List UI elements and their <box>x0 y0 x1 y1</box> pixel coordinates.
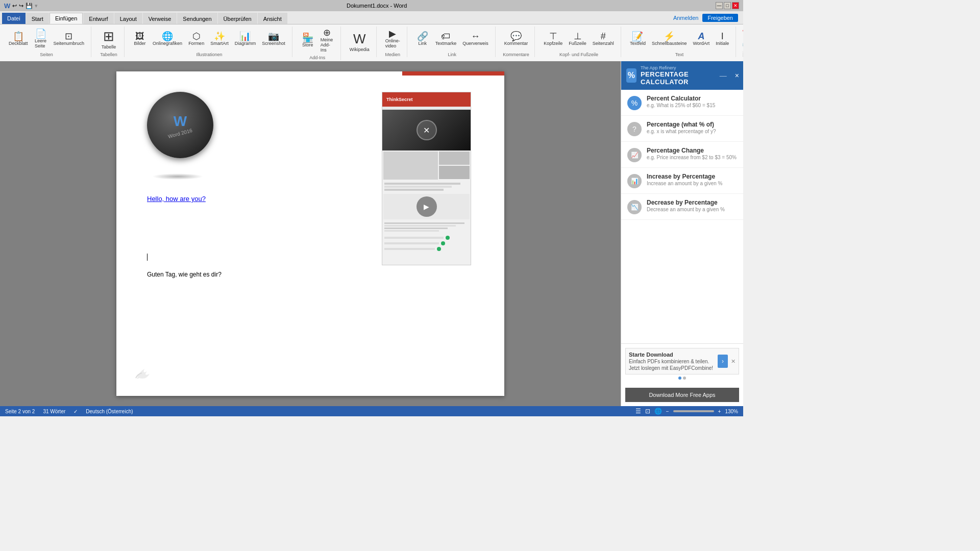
ribbon-group-text: 📝 Textfeld ⚡ Schnellbausteine A WordArt … <box>625 27 736 57</box>
doc-page[interactable]: W Word 2016 Hello, how are you? <box>116 71 504 396</box>
tab-ansicht[interactable]: Ansicht <box>258 13 287 24</box>
save-btn[interactable]: 💾 <box>26 3 33 9</box>
seitenzahl-btn[interactable]: # Seitenzahl <box>590 30 617 47</box>
window-controls[interactable]: — □ ✕ <box>716 2 739 9</box>
kopffuss-group-label: Kopf- und Fußzeile <box>559 51 598 57</box>
signin-link[interactable]: Anmelden <box>673 15 699 21</box>
indicator-row-1 <box>384 236 469 240</box>
wordart-btn[interactable]: A WordArt <box>690 30 712 47</box>
ribbon-content: 📋 Deckblatt 📄 LeereSeite ⊡ Seitenumbruch… <box>0 24 743 61</box>
kopfzeile-label: Kopfzeile <box>544 41 562 46</box>
view-page-btn[interactable]: ⊡ <box>645 408 650 415</box>
download-more-apps-btn[interactable]: Download More Free Apps <box>625 388 739 402</box>
decrease-pct-icon: 📉 <box>627 200 642 214</box>
sidebar-item-percent-calc[interactable]: % Percent Calculator e.g. What is 25% of… <box>621 90 743 116</box>
kommentar-icon: 💬 <box>510 32 522 41</box>
tabelle-label: Tabelle <box>102 44 116 49</box>
textmarke-btn[interactable]: 🏷 Textmarke <box>433 30 459 47</box>
link-btn[interactable]: 🔗 Link <box>413 30 432 47</box>
tab-datei[interactable]: Datei <box>2 13 26 24</box>
tab-verweise[interactable]: Verweise <box>143 13 177 24</box>
diagramm-btn[interactable]: 📊 Diagramm <box>232 30 259 47</box>
textfeld-btn[interactable]: 📝 Textfeld <box>627 30 648 47</box>
querverweis-btn[interactable]: ↔ Querverweis <box>460 30 491 47</box>
ribbon-right-extras: ✏️ Signaturzeile ▾ 🕐 Datum und Uhrzeit ⬜… <box>742 27 743 57</box>
ad-action-btn[interactable]: › <box>718 355 728 368</box>
tab-sendungen[interactable]: Sendungen <box>177 13 217 24</box>
tab-ueberpruefen[interactable]: Überprüfen <box>218 13 257 24</box>
ad-pagination-dots <box>625 377 739 380</box>
doc-link-hello: Hello, how are you? <box>147 195 206 203</box>
percentage-what-content: Percentage (what % of) e.g. x is what pe… <box>647 121 737 134</box>
initiale-btn[interactable]: I Initiale <box>713 30 731 47</box>
view-web-btn[interactable]: 🌐 <box>654 408 662 415</box>
deckblatt-label: Deckblatt <box>9 41 28 46</box>
sidebar-pin-btn[interactable]: — <box>716 69 731 82</box>
diagramm-icon: 📊 <box>239 32 251 41</box>
ind-bar-3 <box>384 248 435 250</box>
zoom-out-btn[interactable]: − <box>666 409 669 414</box>
medien-group-label: Medien <box>385 51 400 57</box>
onlinegrafiken-btn[interactable]: 🌐 Onlinegrafiken <box>150 30 185 47</box>
online-video-btn[interactable]: ▶ Online-video <box>383 28 403 50</box>
meine-addins-icon: ⊕ <box>323 28 331 37</box>
redo-btn[interactable]: ↪ <box>19 3 23 9</box>
fusszeile-btn[interactable]: ⊥ Fußzeile <box>566 30 589 47</box>
screenshot-label: Screenshot <box>262 41 285 46</box>
seitenumbruch-btn[interactable]: ⊡ Seitenumbruch <box>51 30 87 47</box>
formen-btn[interactable]: ⬡ Formen <box>186 30 207 47</box>
view-normal-btn[interactable]: ☰ <box>635 408 641 415</box>
tabelle-btn[interactable]: ⊞ Tabelle <box>97 27 120 51</box>
wikipedia-btn[interactable]: W Wikipedia <box>347 30 372 54</box>
sidebar-item-decrease-pct[interactable]: 📉 Decrease by Percentage Decrease an amo… <box>621 194 743 220</box>
indicator-row-3 <box>384 247 469 251</box>
ad-box: Starte Download Einfach PDFs kombinieren… <box>625 348 739 374</box>
datum-uhrzeit-btn[interactable]: 🕐 Datum und Uhrzeit <box>742 39 743 50</box>
sidebar-item-increase-pct[interactable]: 📊 Increase by Percentage Increase an amo… <box>621 168 743 194</box>
meine-addins-btn[interactable]: ⊕ Meine Add-Ins <box>318 27 336 54</box>
text-line-3 <box>384 189 444 191</box>
tab-start[interactable]: Start <box>26 13 49 24</box>
maximize-btn[interactable]: □ <box>724 2 731 9</box>
online-video-icon: ▶ <box>389 29 396 38</box>
objekt-btn[interactable]: ⬜ Objekt ▾ <box>742 51 743 57</box>
kopfzeile-btn[interactable]: ⊤ Kopfzeile <box>541 30 565 47</box>
share-btn[interactable]: Freigeben <box>702 14 738 22</box>
tab-layout[interactable]: Layout <box>114 13 142 24</box>
schnellbausteine-btn[interactable]: ⚡ Schnellbausteine <box>649 30 690 47</box>
zoom-in-btn[interactable]: + <box>718 409 721 414</box>
sidebar-item-percentage-what[interactable]: ? Percentage (what % of) e.g. x is what … <box>621 116 743 142</box>
ad-close-btn[interactable]: ✕ <box>731 358 736 365</box>
signaturzeile-btn[interactable]: ✏️ Signaturzeile ▾ <box>742 27 743 38</box>
doc-cursor-area[interactable] <box>147 254 366 261</box>
ribbon-group-kopffuss: ⊤ Kopfzeile ⊥ Fußzeile # Seitenzahl Kopf… <box>539 27 621 57</box>
tab-einfuegen[interactable]: Einfügen <box>50 13 83 24</box>
percentage-what-icon: ? <box>627 122 642 136</box>
text-line-6 <box>384 228 448 229</box>
sidebar-close-btn[interactable]: × <box>731 69 743 82</box>
zoom-slider[interactable] <box>673 410 714 412</box>
textfeld-label: Textfeld <box>630 41 646 46</box>
doc-german-text: Guten Tag, wie geht es dir? <box>147 271 366 278</box>
smartart-btn[interactable]: ✨ SmartArt <box>208 30 231 47</box>
bilder-icon: 🖼 <box>135 32 144 41</box>
screenshot-btn[interactable]: 📷 Screenshot <box>259 30 288 47</box>
spelling-icon[interactable]: ✓ <box>74 409 78 414</box>
bilder-btn[interactable]: 🖼 Bilder <box>131 30 149 47</box>
tabellen-icons: ⊞ Tabelle <box>97 27 120 51</box>
document-area[interactable]: W Word 2016 Hello, how are you? <box>0 61 621 406</box>
undo-btn[interactable]: ↩ <box>12 3 17 9</box>
kommentar-btn[interactable]: 💬 Kommentar <box>502 30 531 47</box>
sidebar-item-percentage-change[interactable]: 📈 Percentage Change e.g. Price increase … <box>621 142 743 168</box>
deckblatt-btn[interactable]: 📋 Deckblatt <box>6 30 31 47</box>
close-btn[interactable]: ✕ <box>732 2 739 9</box>
text-line-5 <box>384 225 456 227</box>
ribbon-group-kommentare: 💬 Kommentar Kommentare <box>500 27 535 57</box>
onlinegrafiken-icon: 🌐 <box>162 32 173 41</box>
leere-seite-btn[interactable]: 📄 LeereSeite <box>32 28 50 50</box>
store-btn[interactable]: 🏪 Store <box>299 32 317 49</box>
tab-entwurf[interactable]: Entwurf <box>83 13 113 24</box>
decrease-pct-desc: Decrease an amount by a given % <box>647 207 737 212</box>
minimize-btn[interactable]: — <box>716 2 723 9</box>
text-cursor <box>147 254 148 261</box>
